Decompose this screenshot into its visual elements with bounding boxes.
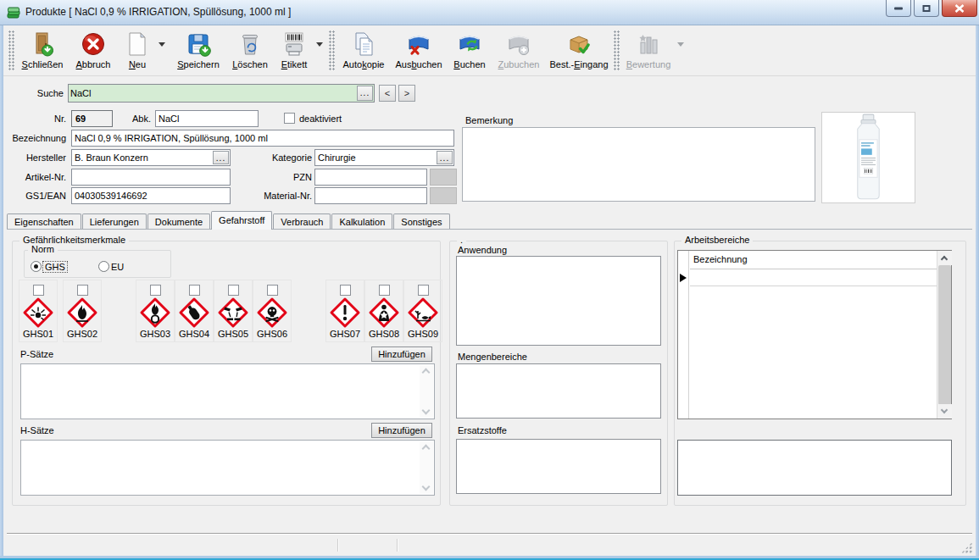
statusbar-panel-divider	[337, 539, 338, 552]
p-saetze-scrollbar[interactable]	[420, 365, 433, 418]
ersatzstoffe-textarea[interactable]	[456, 439, 661, 494]
scroll-up-icon[interactable]	[422, 445, 431, 453]
h-saetze-scrollbar[interactable]	[420, 441, 433, 494]
grid-vertical-scrollbar[interactable]	[937, 251, 951, 419]
artikel-nr-input[interactable]	[71, 169, 231, 186]
h-saetze-add-button[interactable]: Hinzufügen	[371, 423, 432, 438]
schliessen-button[interactable]: Schließen	[16, 29, 69, 73]
bezeichnung-label: Bezeichnung	[0, 133, 66, 143]
norm-ghs-radio[interactable]	[31, 261, 42, 272]
deaktiviert-checkbox[interactable]	[284, 113, 295, 124]
norm-eu-label[interactable]: EU	[111, 262, 124, 272]
neu-dropdown-arrow[interactable]	[159, 42, 165, 47]
grid-new-row[interactable]	[690, 269, 937, 286]
ghs01-cell: GHS01	[19, 280, 58, 342]
scroll-down-button[interactable]	[937, 404, 952, 419]
zubuchen-button[interactable]: Zubuchen	[492, 29, 545, 73]
ghs04-checkbox[interactable]	[189, 285, 200, 296]
abbruch-button[interactable]: Abbruch	[69, 29, 118, 73]
ghs09-checkbox[interactable]	[418, 285, 429, 296]
grid-column-header-bezeichnung[interactable]: Bezeichnung	[690, 251, 937, 269]
best-eingang-button[interactable]: Best.-Eingang	[545, 29, 613, 73]
hersteller-label: Hersteller	[0, 152, 66, 163]
arbeitsbereiche-detail-box[interactable]	[677, 440, 952, 496]
ghs02-checkbox[interactable]	[77, 285, 88, 296]
search-browse-button[interactable]: ...	[357, 86, 373, 101]
etikett-button[interactable]: Etikett	[274, 29, 314, 73]
ersatzstoffe-label: Ersatzstoffe	[458, 425, 507, 435]
scroll-down-icon[interactable]	[422, 407, 431, 415]
kategorie-browse-button[interactable]: ...	[437, 151, 453, 164]
restore-button[interactable]	[914, 0, 939, 17]
bemerkung-label: Bemerkung	[465, 115, 513, 125]
buchen-button[interactable]: Buchen	[447, 29, 492, 73]
copy-icon	[350, 30, 377, 58]
health-hazard-pictogram	[368, 297, 400, 329]
loeschen-button[interactable]: Löschen	[226, 29, 274, 73]
statusbar-divider	[7, 533, 972, 535]
search-input[interactable]	[70, 86, 354, 101]
material-nr-input[interactable]	[314, 187, 427, 204]
cancel-icon	[80, 30, 107, 58]
scrollbar-thumb[interactable]	[938, 265, 951, 405]
record-next-button[interactable]: >	[398, 85, 415, 102]
ghs03-checkbox[interactable]	[150, 285, 161, 296]
hersteller-browse-button[interactable]: ...	[213, 151, 229, 164]
tab-eigenschaften[interactable]: Eigenschaften	[7, 213, 81, 230]
h-saetze-list[interactable]	[20, 440, 435, 496]
pzn-input[interactable]	[314, 169, 427, 186]
p-saetze-add-button[interactable]: Hinzufügen	[371, 347, 432, 362]
record-prev-button[interactable]: <	[379, 85, 396, 102]
tab-kalkulation[interactable]: Kalkulation	[331, 213, 392, 230]
anwendung-textarea[interactable]	[456, 256, 661, 346]
ghs01-checkbox[interactable]	[33, 285, 44, 296]
neu-button[interactable]: Neu	[118, 29, 157, 73]
p-saetze-list[interactable]	[20, 363, 435, 419]
toolbar-grip[interactable]	[329, 30, 335, 71]
scroll-up-icon[interactable]	[422, 369, 431, 377]
ghs04-label: GHS04	[179, 329, 209, 339]
ghs05-checkbox[interactable]	[228, 285, 239, 296]
bewertung-dropdown-arrow[interactable]	[677, 42, 684, 47]
h-saetze-label: H-Sätze	[20, 425, 54, 435]
abk-input[interactable]	[155, 110, 259, 127]
tab-dokumente[interactable]: Dokumente	[147, 213, 210, 230]
gs1-ean-input[interactable]	[71, 187, 231, 204]
material-nr-label: Material-Nr.	[237, 191, 312, 201]
arbeitsbereiche-grid[interactable]: Bezeichnung	[677, 250, 952, 419]
resize-grip[interactable]	[961, 542, 972, 553]
pzn-action-button[interactable]	[430, 169, 457, 186]
titlebar: Produkte [ NaCl 0,9 % IRRIGATION, Spüllö…	[0, 0, 979, 25]
ghs07-checkbox[interactable]	[340, 285, 351, 296]
toolbar-grip[interactable]	[8, 30, 14, 71]
autokopie-button[interactable]: Autokopie	[337, 29, 391, 73]
material-nr-action-button[interactable]	[430, 187, 457, 204]
flame-over-circle-pictogram	[139, 297, 171, 329]
tab-sonstiges[interactable]: Sonstiges	[393, 213, 449, 230]
minimize-button[interactable]	[886, 0, 911, 17]
ghs08-checkbox[interactable]	[379, 285, 390, 296]
hersteller-field[interactable]: B. Braun Konzern ...	[71, 149, 231, 166]
scroll-down-icon[interactable]	[422, 483, 431, 491]
close-button[interactable]	[942, 0, 977, 17]
close-icon	[955, 4, 965, 13]
ausbuchen-button[interactable]: Ausbuchen	[391, 29, 447, 73]
kategorie-field[interactable]: Chirurgie ...	[314, 149, 454, 166]
tab-gefahrstoff[interactable]: Gefahrstoff	[211, 211, 272, 230]
norm-eu-radio[interactable]	[98, 261, 109, 272]
mengenbereiche-textarea[interactable]	[456, 363, 661, 419]
abk-label: Abk.	[110, 114, 151, 124]
bewertung-button[interactable]: Bewertung	[621, 29, 676, 73]
bemerkung-textarea[interactable]	[462, 127, 815, 202]
tab-verbrauch[interactable]: Verbrauch	[273, 213, 331, 230]
norm-ghs-label[interactable]: GHS	[43, 262, 67, 272]
toolbar-grip[interactable]	[614, 30, 620, 71]
environment-pictogram	[407, 297, 439, 329]
ghs06-checkbox[interactable]	[267, 285, 278, 296]
etikett-dropdown-arrow[interactable]	[316, 42, 323, 47]
tab-lieferungen[interactable]: Lieferungen	[82, 213, 147, 230]
speichern-button[interactable]: Speichern	[170, 29, 226, 73]
scroll-up-button[interactable]	[937, 251, 952, 265]
artikel-nr-label: Artikel-Nr.	[0, 172, 66, 182]
bezeichnung-input[interactable]	[71, 130, 454, 147]
